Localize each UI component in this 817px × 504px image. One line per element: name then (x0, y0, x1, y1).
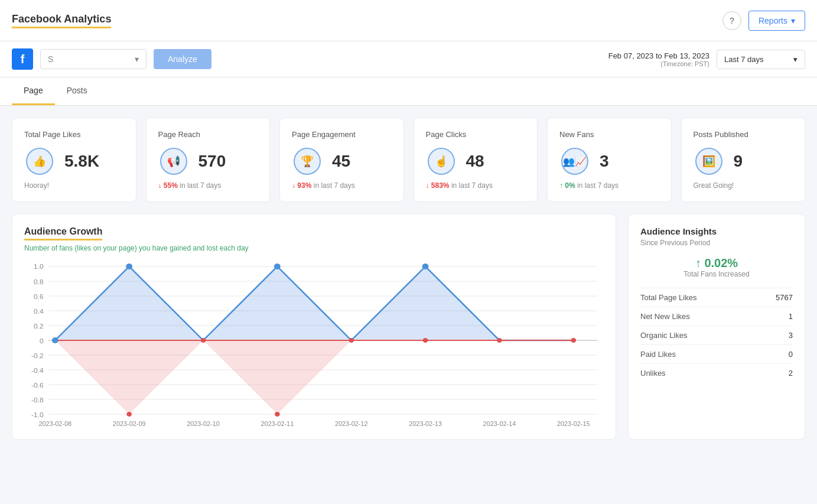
metric-page-clicks: Page Clicks ☝️ 48 ↓ 583% in last 7 days (414, 118, 538, 202)
svg-point-42 (274, 264, 281, 269)
metric-body: 👥📈 3 (559, 146, 659, 177)
svg-marker-37 (351, 266, 500, 340)
svg-text:2023-02-15: 2023-02-15 (557, 421, 590, 427)
metric-value: 3 (600, 152, 609, 171)
date-range-main: Feb 07, 2023 to Feb 13, 2023 (608, 51, 709, 60)
svg-text:2023-02-13: 2023-02-13 (409, 421, 442, 427)
svg-text:0.8: 0.8 (34, 278, 44, 285)
reports-button[interactable]: Reports ▾ (748, 11, 805, 31)
insights-pct: ↑ 0.02% (640, 256, 793, 270)
svg-text:2023-02-09: 2023-02-09 (113, 421, 146, 427)
insights-row-value: 2 (789, 369, 793, 378)
insights-row-value: 5767 (776, 293, 793, 302)
svg-text:🏆: 🏆 (301, 155, 314, 168)
metric-title: Posts Published (694, 130, 793, 139)
insights-highlight: ↑ 0.02% Total Fans Increased (640, 256, 793, 278)
svg-text:👍: 👍 (33, 155, 47, 168)
svg-text:☝️: ☝️ (435, 155, 448, 168)
metric-value: 9 (734, 152, 743, 171)
engagement-icon: 🏆 (292, 146, 323, 177)
chart-subtitle: Number of fans (likes on your page) you … (24, 244, 604, 252)
insights-panel: Audience Insights Since Previous Period … (628, 214, 805, 440)
chart-area: 1.0 0.8 0.6 0.4 0.2 0 -0.2 -0.4 -0.6 -0.… (24, 262, 604, 427)
tab-posts[interactable]: Posts (55, 77, 99, 105)
facebook-icon: f (12, 48, 33, 70)
svg-point-50 (275, 412, 280, 417)
insights-row-value: 0 (789, 350, 793, 359)
toolbar-right: Feb 07, 2023 to Feb 13, 2023 (Timezone: … (608, 50, 805, 69)
metric-value: 570 (198, 152, 226, 171)
header: Facebook Analytics ? Reports ▾ (0, 0, 817, 41)
analyze-button[interactable]: Analyze (154, 49, 211, 69)
svg-text:2023-02-14: 2023-02-14 (483, 421, 516, 427)
svg-text:0.6: 0.6 (34, 293, 44, 300)
metric-footer: ↑ 0% in last 7 days (559, 181, 659, 190)
svg-point-46 (423, 338, 428, 343)
metric-body: 🖼️ 9 (694, 146, 793, 177)
metric-suffix: in last 7 days (314, 181, 355, 190)
svg-text:-1.0: -1.0 (31, 411, 44, 418)
reach-icon: 📢 (158, 146, 189, 177)
svg-text:👥📈: 👥📈 (563, 156, 587, 167)
period-label: Last 7 days (724, 55, 764, 64)
svg-text:0.4: 0.4 (34, 308, 44, 314)
page-selector[interactable]: S ▾ (40, 49, 147, 69)
svg-marker-35 (55, 266, 203, 340)
metric-suffix: in last 7 days (180, 181, 221, 190)
svg-text:2023-02-08: 2023-02-08 (39, 421, 72, 427)
svg-point-43 (422, 264, 429, 269)
svg-point-48 (571, 338, 576, 343)
svg-text:🖼️: 🖼️ (702, 155, 716, 168)
analyze-label: Analyze (168, 54, 197, 64)
direction-down-icon: ↓ (158, 181, 164, 190)
metric-title: Page Reach (158, 130, 258, 139)
svg-text:0.2: 0.2 (34, 323, 44, 329)
svg-text:-0.2: -0.2 (31, 352, 44, 359)
growth-section: Audience Growth Number of fans (likes on… (0, 214, 817, 451)
insights-row-net-new: Net New Likes 1 (640, 307, 793, 326)
insights-row-label: Net New Likes (640, 312, 690, 321)
insights-row-label: Total Page Likes (640, 293, 696, 302)
reports-chevron-icon: ▾ (791, 16, 795, 25)
app-title: Facebook Analytics (12, 13, 111, 28)
metric-posts-published: Posts Published 🖼️ 9 Great Going! (681, 118, 806, 202)
insights-row-label: Organic Likes (640, 331, 687, 340)
period-selector[interactable]: Last 7 days ▾ (717, 50, 805, 69)
insights-row-total-likes: Total Page Likes 5767 (640, 288, 793, 307)
chart-title: Audience Growth (24, 226, 102, 240)
svg-text:0: 0 (40, 337, 44, 344)
metric-page-reach: Page Reach 📢 570 ↓ 55% in last 7 days (146, 118, 271, 202)
svg-point-47 (497, 338, 502, 343)
insights-row-paid: Paid Likes 0 (640, 344, 793, 363)
likes-icon: 👍 (24, 146, 55, 177)
svg-text:2023-02-11: 2023-02-11 (261, 421, 294, 427)
metric-body: 🏆 45 (292, 146, 392, 177)
period-chevron-icon: ▾ (793, 55, 798, 64)
help-button[interactable]: ? (722, 11, 741, 30)
svg-text:-0.8: -0.8 (31, 396, 44, 403)
metric-pct: 583% (431, 181, 450, 190)
svg-text:1.0: 1.0 (34, 263, 44, 269)
metric-title: Total Page Likes (24, 130, 124, 139)
tab-page[interactable]: Page (12, 77, 55, 105)
svg-point-41 (126, 264, 132, 269)
audience-growth-chart: 1.0 0.8 0.6 0.4 0.2 0 -0.2 -0.4 -0.6 -0.… (24, 262, 604, 427)
metric-pct: 0% (565, 181, 575, 190)
header-right: ? Reports ▾ (722, 11, 805, 31)
metric-suffix: in last 7 days (451, 181, 493, 190)
page-value: S (48, 54, 53, 64)
toolbar-left: f S ▾ Analyze (12, 48, 211, 70)
metric-footer: ↓ 93% in last 7 days (292, 181, 392, 190)
help-icon: ? (730, 16, 734, 25)
svg-text:-0.4: -0.4 (31, 367, 44, 373)
svg-point-49 (126, 412, 132, 417)
page-select-chevron-icon: ▾ (135, 54, 139, 64)
metric-footer: Hooray! (24, 181, 124, 190)
metric-body: 👍 5.8K (24, 146, 124, 177)
svg-text:2023-02-10: 2023-02-10 (187, 421, 220, 427)
svg-marker-38 (55, 340, 203, 414)
metric-value: 48 (466, 152, 484, 171)
metric-footer: ↓ 55% in last 7 days (158, 181, 258, 190)
posts-icon: 🖼️ (694, 146, 724, 177)
svg-marker-36 (203, 266, 351, 340)
